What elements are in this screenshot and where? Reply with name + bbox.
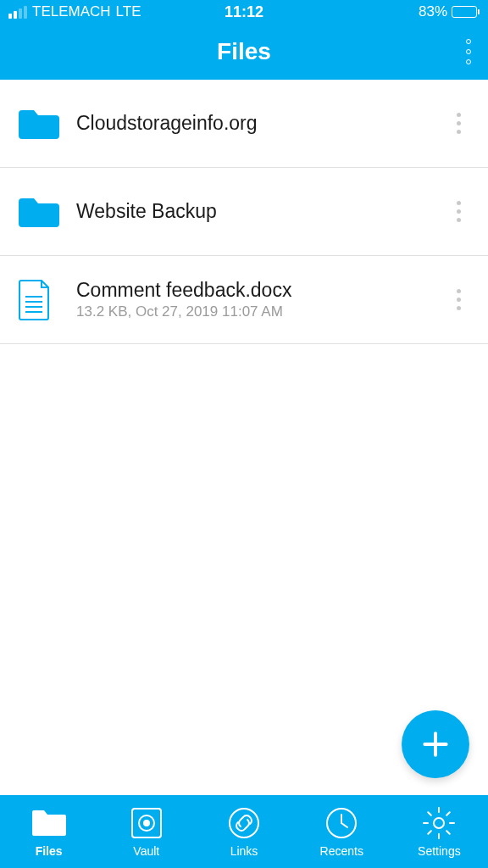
list-item[interactable]: Website Backup [0,168,488,256]
tab-bar: Files Vault Links Recen [0,795,488,868]
item-menu-button[interactable] [448,192,469,231]
svg-point-9 [434,818,444,828]
tab-label: Files [36,844,63,858]
battery-icon [452,6,480,18]
status-right: 83% [419,3,480,20]
signal-icon [8,6,27,19]
tab-label: Settings [418,844,461,858]
tab-vault[interactable]: Vault [97,805,195,858]
list-item[interactable]: Cloudstorageinfo.org [0,80,488,168]
settings-icon [420,805,458,841]
folder-icon [19,195,66,229]
header-menu-button[interactable] [466,39,471,64]
tab-settings[interactable]: Settings [391,805,488,858]
plus-icon [419,728,452,760]
item-subtitle: 13.2 KB, Oct 27, 2019 11:07 AM [76,303,448,320]
item-menu-button[interactable] [448,104,469,142]
item-title: Cloudstorageinfo.org [76,112,448,135]
svg-point-6 [144,821,149,826]
add-button[interactable] [402,710,469,778]
vault-icon [128,805,165,841]
status-bar: TELEMACH LTE 11:12 83% [0,0,488,24]
tab-links[interactable]: Links [195,805,292,858]
battery-percent: 83% [419,3,447,20]
item-menu-button[interactable] [448,281,469,319]
tab-label: Links [230,844,258,858]
folder-icon [19,107,66,141]
svg-point-7 [230,809,258,837]
header: Files [0,24,488,80]
item-title: Comment feedback.docx [76,279,448,302]
network-label: LTE [116,3,141,20]
recents-icon [323,805,360,841]
tab-files[interactable]: Files [0,805,97,858]
tab-recents[interactable]: Recents [293,805,391,858]
tab-label: Vault [133,844,159,858]
tab-label: Recents [320,844,363,858]
files-icon [30,805,68,841]
carrier-label: TELEMACH [32,3,111,20]
status-time: 11:12 [225,3,263,21]
list-item[interactable]: Comment feedback.docx 13.2 KB, Oct 27, 2… [0,256,488,344]
item-title: Website Backup [76,200,448,223]
links-icon [225,805,263,841]
file-list[interactable]: Cloudstorageinfo.org Website Backup Comm… [0,80,488,795]
page-title: Files [217,38,271,65]
document-icon [19,280,66,320]
status-left: TELEMACH LTE [8,3,141,20]
